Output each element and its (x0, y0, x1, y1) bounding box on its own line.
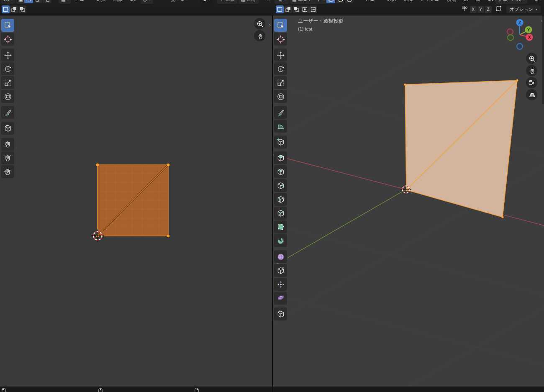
menu-3[interactable]: 画像 (110, 0, 126, 4)
mesh-select-vertex-button[interactable] (326, 0, 335, 3)
edge-slide-tool-button[interactable] (274, 264, 287, 277)
annotate-tool-button[interactable] (1, 106, 14, 119)
mesh-select-face-button[interactable] (345, 0, 354, 3)
viewport-editor-type-button[interactable]: ▾ (275, 0, 289, 4)
measure-tool-button[interactable] (274, 120, 287, 133)
menu-2[interactable]: 選択 (93, 0, 110, 4)
select-mode-extend-button[interactable] (10, 5, 18, 13)
gizmo-neg-z-ball[interactable] (517, 44, 523, 49)
menu-7[interactable]: 面 (472, 0, 484, 4)
uv-editor-type-button[interactable]: ▾ (1, 0, 15, 4)
uv-select-mode-subtract-button[interactable] (43, 0, 51, 3)
sticky-select-icon: ▦ (61, 0, 65, 2)
extrude-region-tool-button[interactable] (274, 151, 287, 164)
rotate-tool-button[interactable] (1, 62, 14, 75)
uv-snap-proportional-group[interactable]: 🄋▾⊚▾ (171, 0, 187, 4)
inset-faces-tool-button[interactable] (274, 165, 287, 178)
uv-nav-buttons (254, 18, 265, 41)
select-mode-invert-button[interactable] (301, 5, 309, 13)
mirror-x-toggle[interactable]: X (470, 6, 477, 13)
menu-4[interactable]: メッシュ (417, 0, 443, 4)
uv-image-editor: ‹ (0, 15, 272, 387)
menu-6[interactable]: 辺 (460, 0, 472, 4)
grab-tool-button[interactable] (1, 138, 14, 151)
bevel-tool-button[interactable] (274, 179, 287, 192)
unlink-image-button[interactable]: ✕ (267, 0, 271, 4)
pan-button[interactable] (526, 65, 537, 76)
zoom-in-button[interactable] (254, 18, 265, 29)
select-mode-set-button[interactable] (276, 5, 284, 13)
select-box-tool-button[interactable] (1, 19, 14, 32)
gizmo-neg-x-ball[interactable] (507, 29, 513, 35)
pinch-tool-button[interactable] (1, 165, 14, 178)
menu-5[interactable]: 頂点 (443, 0, 460, 4)
smooth-tool-button[interactable] (274, 250, 287, 263)
menu-1[interactable]: ビュー (362, 0, 383, 4)
select-mode-extend-button[interactable] (284, 5, 292, 13)
add-cube-tool-button[interactable] (274, 136, 287, 149)
poly-build-tool-button[interactable] (274, 220, 287, 233)
proportional-edit-button[interactable]: ⊚▾ (534, 0, 541, 4)
move-tool-button[interactable] (1, 49, 14, 61)
rip-region-tool-button[interactable] (274, 307, 287, 320)
uv-select-mode-extend-button[interactable] (33, 0, 42, 3)
menu-3[interactable]: 追加 (400, 0, 417, 4)
cursor-tool-button[interactable] (274, 33, 287, 46)
select-mode-subtract-button[interactable] (293, 5, 300, 13)
pivot-icon: ◎ (143, 0, 147, 2)
pan-button[interactable] (254, 30, 265, 41)
plane-face[interactable] (404, 79, 518, 218)
transform-tool-button[interactable] (274, 90, 287, 103)
scale-tool-button[interactable] (274, 76, 287, 89)
mode-dropdown[interactable]: ▦編集モード▾ (290, 0, 327, 4)
uv-pivot-dropdown[interactable]: ◎▾ (141, 0, 153, 4)
gizmo-y-label: Y (527, 28, 530, 32)
relax-tool-button[interactable] (1, 151, 14, 164)
move-tool-button[interactable] (274, 49, 287, 61)
uv-box-select-modes (2, 5, 26, 13)
transform-tool-button[interactable] (1, 90, 14, 103)
scale-tool-button[interactable] (1, 76, 14, 89)
loop-cut-tool-button[interactable] (274, 193, 287, 206)
rip-region-tool-button[interactable] (1, 122, 14, 135)
select-mode-subtract-button[interactable] (18, 5, 26, 13)
cursor-tool-button[interactable] (1, 33, 14, 46)
toggle-ortho-button[interactable] (526, 89, 537, 100)
uv-image-browse-dropdown[interactable]: ▲▾ (200, 0, 213, 4)
mesh-select-edge-button[interactable] (336, 0, 344, 3)
camera-view-button[interactable] (526, 77, 537, 88)
select-box-tool-button[interactable] (274, 19, 287, 32)
image-editor-icon (3, 0, 9, 3)
uv-canvas[interactable] (0, 15, 272, 387)
mirror-z-toggle[interactable]: Z (485, 6, 492, 13)
new-image-button[interactable]: ＋新規 (217, 0, 237, 4)
uv-sidebar-collapse-arrow[interactable]: ‹ (269, 22, 271, 27)
viewport-sidebar-collapse-arrow[interactable]: ‹ (541, 18, 543, 23)
annotate-tool-button[interactable] (274, 106, 287, 119)
viewport-canvas[interactable] (273, 15, 544, 387)
proportional-falloff-icon: ⊚ (180, 0, 184, 2)
select-mode-set-button[interactable] (2, 5, 10, 13)
open-image-button[interactable]: ▤開く (239, 0, 259, 4)
menu-2[interactable]: 選択 (383, 0, 400, 4)
shrink-fatten-tool-button[interactable] (274, 278, 287, 291)
uv-select-mode-set-button[interactable] (24, 0, 33, 3)
viewport-editor-icon (277, 0, 283, 3)
options-dropdown[interactable]: オプション▾ (506, 5, 541, 13)
shear-tool-button[interactable] (274, 292, 287, 305)
knife-tool-button[interactable] (274, 207, 287, 220)
rotate-tool-button[interactable] (274, 62, 287, 75)
editor-divider[interactable] (272, 15, 273, 392)
mirror-y-toggle[interactable]: Y (477, 6, 484, 13)
middle-mouse-hint-icon (98, 388, 103, 392)
menu-1[interactable]: ビュー (71, 0, 93, 4)
spin-tool-button[interactable] (274, 234, 287, 247)
zoom-in-button[interactable] (526, 53, 537, 64)
uv-sticky-select-dropdown[interactable]: ▦▾ (59, 0, 71, 4)
navigation-gizmo[interactable]: Z Y X (502, 17, 539, 54)
menu-4[interactable]: UV (126, 0, 140, 4)
viewport-header: ▾ ▦編集モード▾ ビュー選択追加メッシュ頂点辺面UV ⧉ グローバル▾ ⊚▾ (273, 0, 544, 4)
select-mode-intersect-button[interactable] (309, 5, 317, 13)
gizmo-neg-y-ball[interactable] (508, 35, 513, 41)
orientation-dropdown[interactable]: グローバル▾ (495, 0, 527, 4)
